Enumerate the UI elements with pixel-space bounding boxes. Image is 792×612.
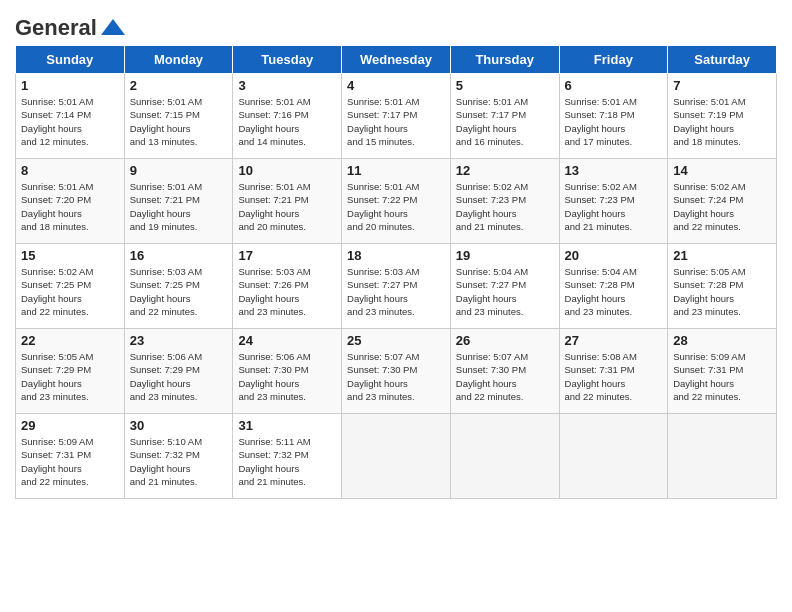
calendar-day-cell: 8 Sunrise: 5:01 AMSunset: 7:20 PMDayligh… <box>16 159 125 244</box>
day-number: 23 <box>130 333 228 348</box>
day-info: Sunrise: 5:05 AMSunset: 7:28 PMDaylight … <box>673 265 771 318</box>
day-info: Sunrise: 5:09 AMSunset: 7:31 PMDaylight … <box>673 350 771 403</box>
day-number: 8 <box>21 163 119 178</box>
day-of-week-header: Tuesday <box>233 46 342 74</box>
day-number: 4 <box>347 78 445 93</box>
day-info: Sunrise: 5:07 AMSunset: 7:30 PMDaylight … <box>456 350 554 403</box>
calendar-day-cell: 20 Sunrise: 5:04 AMSunset: 7:28 PMDaylig… <box>559 244 668 329</box>
day-number: 29 <box>21 418 119 433</box>
day-of-week-header: Saturday <box>668 46 777 74</box>
day-info: Sunrise: 5:01 AMSunset: 7:17 PMDaylight … <box>347 95 445 148</box>
calendar-week-row: 22 Sunrise: 5:05 AMSunset: 7:29 PMDaylig… <box>16 329 777 414</box>
day-number: 6 <box>565 78 663 93</box>
day-info: Sunrise: 5:01 AMSunset: 7:15 PMDaylight … <box>130 95 228 148</box>
day-number: 15 <box>21 248 119 263</box>
day-number: 31 <box>238 418 336 433</box>
calendar-day-cell: 19 Sunrise: 5:04 AMSunset: 7:27 PMDaylig… <box>450 244 559 329</box>
day-info: Sunrise: 5:03 AMSunset: 7:27 PMDaylight … <box>347 265 445 318</box>
calendar-day-cell: 18 Sunrise: 5:03 AMSunset: 7:27 PMDaylig… <box>342 244 451 329</box>
day-info: Sunrise: 5:02 AMSunset: 7:23 PMDaylight … <box>565 180 663 233</box>
calendar-day-cell: 26 Sunrise: 5:07 AMSunset: 7:30 PMDaylig… <box>450 329 559 414</box>
calendar-day-cell: 16 Sunrise: 5:03 AMSunset: 7:25 PMDaylig… <box>124 244 233 329</box>
day-number: 12 <box>456 163 554 178</box>
calendar-day-cell: 14 Sunrise: 5:02 AMSunset: 7:24 PMDaylig… <box>668 159 777 244</box>
day-info: Sunrise: 5:02 AMSunset: 7:25 PMDaylight … <box>21 265 119 318</box>
day-of-week-header: Monday <box>124 46 233 74</box>
day-info: Sunrise: 5:01 AMSunset: 7:17 PMDaylight … <box>456 95 554 148</box>
calendar-day-cell: 31 Sunrise: 5:11 AMSunset: 7:32 PMDaylig… <box>233 414 342 499</box>
day-number: 24 <box>238 333 336 348</box>
day-info: Sunrise: 5:03 AMSunset: 7:26 PMDaylight … <box>238 265 336 318</box>
day-info: Sunrise: 5:05 AMSunset: 7:29 PMDaylight … <box>21 350 119 403</box>
day-number: 7 <box>673 78 771 93</box>
calendar-day-cell: 21 Sunrise: 5:05 AMSunset: 7:28 PMDaylig… <box>668 244 777 329</box>
calendar-day-cell: 15 Sunrise: 5:02 AMSunset: 7:25 PMDaylig… <box>16 244 125 329</box>
calendar-day-cell: 2 Sunrise: 5:01 AMSunset: 7:15 PMDayligh… <box>124 74 233 159</box>
day-of-week-header: Thursday <box>450 46 559 74</box>
calendar-week-row: 8 Sunrise: 5:01 AMSunset: 7:20 PMDayligh… <box>16 159 777 244</box>
logo-text: General <box>15 15 97 41</box>
day-info: Sunrise: 5:01 AMSunset: 7:19 PMDaylight … <box>673 95 771 148</box>
calendar-day-cell: 28 Sunrise: 5:09 AMSunset: 7:31 PMDaylig… <box>668 329 777 414</box>
day-info: Sunrise: 5:09 AMSunset: 7:31 PMDaylight … <box>21 435 119 488</box>
calendar-day-cell: 22 Sunrise: 5:05 AMSunset: 7:29 PMDaylig… <box>16 329 125 414</box>
calendar-day-cell: 6 Sunrise: 5:01 AMSunset: 7:18 PMDayligh… <box>559 74 668 159</box>
day-number: 9 <box>130 163 228 178</box>
day-number: 30 <box>130 418 228 433</box>
calendar-day-cell: 27 Sunrise: 5:08 AMSunset: 7:31 PMDaylig… <box>559 329 668 414</box>
calendar-day-cell: 25 Sunrise: 5:07 AMSunset: 7:30 PMDaylig… <box>342 329 451 414</box>
calendar-day-cell: 5 Sunrise: 5:01 AMSunset: 7:17 PMDayligh… <box>450 74 559 159</box>
day-number: 25 <box>347 333 445 348</box>
day-number: 20 <box>565 248 663 263</box>
day-number: 13 <box>565 163 663 178</box>
day-of-week-header: Wednesday <box>342 46 451 74</box>
day-info: Sunrise: 5:01 AMSunset: 7:20 PMDaylight … <box>21 180 119 233</box>
day-info: Sunrise: 5:04 AMSunset: 7:28 PMDaylight … <box>565 265 663 318</box>
day-info: Sunrise: 5:02 AMSunset: 7:23 PMDaylight … <box>456 180 554 233</box>
calendar-day-cell <box>668 414 777 499</box>
day-number: 21 <box>673 248 771 263</box>
calendar-day-cell: 30 Sunrise: 5:10 AMSunset: 7:32 PMDaylig… <box>124 414 233 499</box>
day-number: 16 <box>130 248 228 263</box>
day-info: Sunrise: 5:01 AMSunset: 7:22 PMDaylight … <box>347 180 445 233</box>
day-info: Sunrise: 5:02 AMSunset: 7:24 PMDaylight … <box>673 180 771 233</box>
calendar-day-cell: 10 Sunrise: 5:01 AMSunset: 7:21 PMDaylig… <box>233 159 342 244</box>
day-info: Sunrise: 5:01 AMSunset: 7:14 PMDaylight … <box>21 95 119 148</box>
calendar-week-row: 29 Sunrise: 5:09 AMSunset: 7:31 PMDaylig… <box>16 414 777 499</box>
day-number: 17 <box>238 248 336 263</box>
day-number: 19 <box>456 248 554 263</box>
calendar-table: SundayMondayTuesdayWednesdayThursdayFrid… <box>15 45 777 499</box>
day-number: 1 <box>21 78 119 93</box>
day-info: Sunrise: 5:07 AMSunset: 7:30 PMDaylight … <box>347 350 445 403</box>
day-number: 3 <box>238 78 336 93</box>
day-info: Sunrise: 5:01 AMSunset: 7:21 PMDaylight … <box>238 180 336 233</box>
calendar-day-cell: 17 Sunrise: 5:03 AMSunset: 7:26 PMDaylig… <box>233 244 342 329</box>
calendar-day-cell: 7 Sunrise: 5:01 AMSunset: 7:19 PMDayligh… <box>668 74 777 159</box>
calendar-day-cell: 29 Sunrise: 5:09 AMSunset: 7:31 PMDaylig… <box>16 414 125 499</box>
calendar-day-cell: 24 Sunrise: 5:06 AMSunset: 7:30 PMDaylig… <box>233 329 342 414</box>
day-number: 11 <box>347 163 445 178</box>
day-number: 10 <box>238 163 336 178</box>
day-number: 22 <box>21 333 119 348</box>
day-number: 2 <box>130 78 228 93</box>
calendar-day-cell <box>450 414 559 499</box>
day-info: Sunrise: 5:06 AMSunset: 7:29 PMDaylight … <box>130 350 228 403</box>
day-of-week-header: Sunday <box>16 46 125 74</box>
day-info: Sunrise: 5:01 AMSunset: 7:16 PMDaylight … <box>238 95 336 148</box>
calendar-week-row: 15 Sunrise: 5:02 AMSunset: 7:25 PMDaylig… <box>16 244 777 329</box>
calendar-day-cell: 13 Sunrise: 5:02 AMSunset: 7:23 PMDaylig… <box>559 159 668 244</box>
calendar-day-cell: 11 Sunrise: 5:01 AMSunset: 7:22 PMDaylig… <box>342 159 451 244</box>
logo: General <box>15 15 127 37</box>
logo-icon <box>99 17 127 39</box>
day-info: Sunrise: 5:01 AMSunset: 7:18 PMDaylight … <box>565 95 663 148</box>
page-header: General <box>15 10 777 37</box>
calendar-day-cell: 12 Sunrise: 5:02 AMSunset: 7:23 PMDaylig… <box>450 159 559 244</box>
calendar-day-cell <box>342 414 451 499</box>
day-number: 18 <box>347 248 445 263</box>
calendar-day-cell: 9 Sunrise: 5:01 AMSunset: 7:21 PMDayligh… <box>124 159 233 244</box>
day-info: Sunrise: 5:03 AMSunset: 7:25 PMDaylight … <box>130 265 228 318</box>
day-info: Sunrise: 5:11 AMSunset: 7:32 PMDaylight … <box>238 435 336 488</box>
calendar-day-cell: 23 Sunrise: 5:06 AMSunset: 7:29 PMDaylig… <box>124 329 233 414</box>
day-number: 26 <box>456 333 554 348</box>
day-of-week-header: Friday <box>559 46 668 74</box>
